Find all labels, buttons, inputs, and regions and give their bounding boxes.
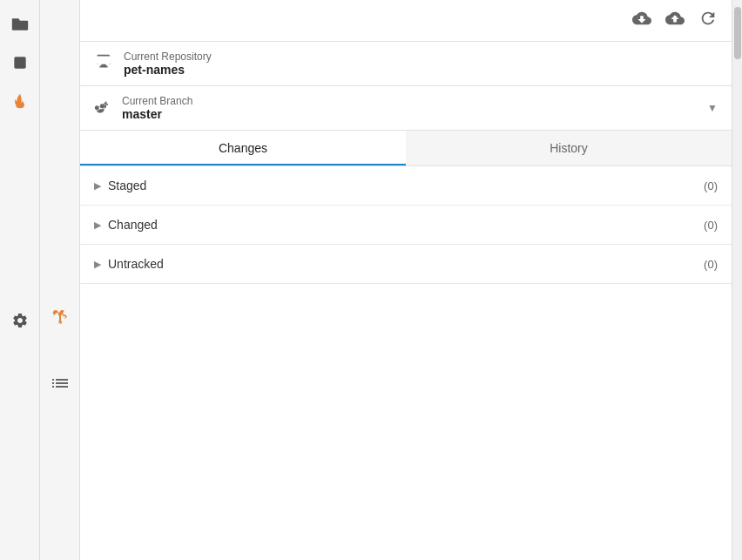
branch-label: Current Branch: [122, 95, 697, 107]
monitor-icon: [94, 52, 113, 75]
pull-button[interactable]: [632, 9, 651, 33]
tab-history[interactable]: History: [406, 131, 732, 165]
changed-count: (0): [704, 219, 718, 232]
sidebar-item-folder[interactable]: [4, 9, 36, 40]
sidebar-item-settings[interactable]: [4, 305, 36, 336]
repository-label: Current Repository: [124, 51, 212, 63]
changed-section[interactable]: ▶ Changed (0): [80, 206, 732, 245]
repository-name: pet-names: [124, 63, 212, 77]
folder-icon: [11, 16, 29, 33]
stop-icon: [11, 54, 29, 71]
untracked-section[interactable]: ▶ Untracked (0): [80, 245, 732, 284]
icon-sidebar: [0, 0, 40, 560]
branch-section[interactable]: Current Branch master ▼: [80, 86, 732, 131]
staged-arrow-icon: ▶: [94, 180, 101, 192]
staged-count: (0): [704, 179, 718, 192]
list-icon: [50, 373, 71, 394]
changed-arrow-icon: ▶: [94, 219, 101, 231]
sidebar-item-flame[interactable]: [4, 85, 36, 117]
tabs-container: Changes History: [80, 131, 732, 166]
refresh-button[interactable]: [698, 9, 718, 32]
refresh-icon: [698, 9, 718, 28]
branch-icon: [94, 98, 111, 118]
branch-name: master: [122, 107, 697, 121]
gear-icon: [11, 312, 29, 329]
toolbar: [80, 0, 732, 42]
staged-section[interactable]: ▶ Staged (0): [80, 166, 732, 206]
repository-section: Current Repository pet-names: [80, 42, 732, 86]
untracked-arrow-icon: ▶: [94, 259, 101, 270]
cloud-upload-icon: [665, 9, 685, 28]
chevron-down-icon: ▼: [707, 102, 718, 114]
tab-changes[interactable]: Changes: [80, 131, 406, 165]
svg-rect-0: [14, 57, 25, 68]
sidebar-item-git[interactable]: [44, 303, 76, 334]
main-panel: Current Repository pet-names Current Bra…: [80, 0, 732, 560]
scrollbar-thumb[interactable]: [734, 7, 741, 59]
push-button[interactable]: [665, 9, 685, 32]
changed-label: Changed: [108, 218, 704, 232]
git-icon: [50, 308, 71, 329]
repository-info: Current Repository pet-names: [124, 51, 212, 77]
sidebar-item-stop[interactable]: [4, 47, 36, 78]
second-sidebar: [40, 0, 80, 560]
flame-icon: [11, 92, 29, 110]
branch-info: Current Branch master: [122, 95, 697, 121]
cloud-download-icon: [632, 9, 651, 28]
staged-label: Staged: [108, 179, 704, 192]
scrollbar[interactable]: [732, 0, 742, 560]
untracked-label: Untracked: [108, 257, 704, 271]
sidebar-item-list[interactable]: [44, 368, 76, 399]
untracked-count: (0): [704, 258, 718, 271]
